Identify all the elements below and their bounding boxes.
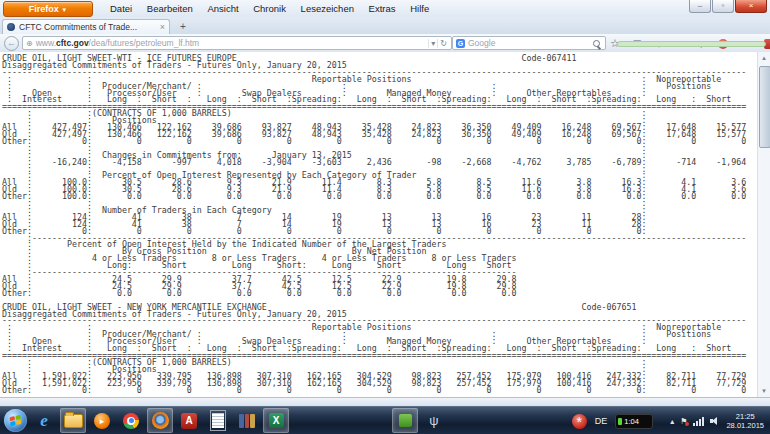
taskbar: e ▸ A X ψ * DE 1:04 ▴ ⚑ 21:25 28.01.2015	[0, 406, 770, 434]
firefox-icon	[152, 412, 169, 429]
winrar-icon	[239, 414, 255, 428]
volume-icon[interactable]	[710, 417, 719, 426]
taskbar-notepad-button[interactable]	[205, 408, 231, 433]
tab-cftc[interactable]: CFTC Commitments of Trade... ×	[2, 19, 170, 34]
cftc-favicon-icon	[7, 23, 15, 31]
taskbar-firefox-button[interactable]	[147, 408, 173, 433]
vertical-scrollbar[interactable]: ▴ ▾	[757, 52, 770, 397]
menu-item-bearbeiten[interactable]: Bearbeiten	[147, 0, 193, 17]
url-path: /dea/futures/petroleum_lf.htm	[89, 38, 429, 48]
search-input[interactable]: G Google	[452, 36, 606, 50]
menu-item-datei[interactable]: Datei	[110, 0, 132, 17]
menu-item-lesezeichen[interactable]: Lesezeichen	[301, 0, 354, 17]
reload-icon[interactable]: ↻	[437, 39, 449, 48]
chevron-down-icon: ▼	[61, 7, 67, 13]
addon-bar	[0, 397, 770, 406]
minimize-button[interactable]: –	[689, 0, 711, 13]
system-tray: * DE 1:04 ▴ ⚑ 21:25 28.01.2015	[572, 407, 770, 434]
windows-logo-icon	[10, 415, 22, 426]
folder-icon	[64, 414, 83, 428]
taskbar-chrome-button[interactable]	[118, 408, 144, 433]
page-content: CRUDE OIL, LIGHT SWEET-WTI - ICE FUTURES…	[0, 52, 770, 397]
battery-icon	[618, 418, 622, 425]
battery-time: 1:04	[624, 417, 639, 426]
url-subdomain: www.	[36, 38, 56, 48]
clock-date: 28.01.2015	[726, 421, 764, 430]
excel-icon: X	[269, 413, 284, 428]
internet-explorer-icon: e	[40, 412, 48, 430]
scroll-down-icon[interactable]: ▾	[758, 385, 770, 397]
globe-icon: ⊕	[26, 39, 33, 48]
taskbar-adobe-button[interactable]: A	[176, 408, 202, 433]
green-app-icon	[399, 414, 412, 427]
back-button[interactable]: ←	[4, 36, 19, 51]
address-bar[interactable]: ⊕ www. cftc.gov /dea/futures/petroleum_l…	[22, 36, 452, 50]
taskbar-green-app-button[interactable]	[392, 408, 418, 433]
firefox-app-button-label: Firefox	[29, 4, 59, 14]
tab-close-icon[interactable]: ×	[160, 22, 165, 32]
search-icon[interactable]	[593, 40, 600, 47]
window-controls: – ▫ ×	[688, 0, 767, 13]
action-center-flag-icon[interactable]: ⚑	[680, 417, 687, 426]
close-button[interactable]: ×	[735, 0, 767, 13]
browser-window: Firefox ▼ Datei Bearbeiten Ansicht Chron…	[0, 0, 770, 434]
taskbar-clock[interactable]: 21:25 28.01.2015	[726, 412, 764, 430]
hidden-icons-arrow[interactable]: ▴	[670, 417, 674, 426]
notification-bar	[617, 41, 766, 47]
taskbar-excel-button[interactable]: X	[263, 408, 289, 433]
media-player-icon: ▸	[94, 413, 110, 429]
report-text: CRUDE OIL, LIGHT SWEET-WTI - ICE FUTURES…	[0, 52, 770, 393]
scroll-up-icon[interactable]: ▴	[758, 52, 770, 64]
menu-item-ansicht[interactable]: Ansicht	[207, 0, 238, 17]
alert-badge	[685, 422, 689, 426]
firefox-app-button[interactable]: Firefox ▼	[3, 1, 93, 17]
title-bar: Firefox ▼ Datei Bearbeiten Ansicht Chron…	[0, 0, 770, 18]
menu-item-hilfe[interactable]: Hilfe	[410, 0, 429, 17]
misc-app-icon: ψ	[429, 413, 438, 428]
tab-title: CFTC Commitments of Trade...	[19, 22, 157, 32]
maximize-button[interactable]: ▫	[712, 0, 734, 13]
network-icon[interactable]	[693, 417, 704, 426]
menu-bar: Datei Bearbeiten Ansicht Chronik Lesezei…	[104, 0, 435, 17]
scrollbar-thumb[interactable]	[759, 66, 770, 148]
language-indicator[interactable]: DE	[595, 416, 608, 426]
taskbar-explorer-button[interactable]	[60, 408, 86, 433]
taskbar-misc-app-button[interactable]: ψ	[421, 408, 447, 433]
battery-indicator[interactable]: 1:04	[615, 414, 653, 429]
start-button[interactable]	[4, 409, 27, 432]
taskbar-mediaplayer-button[interactable]: ▸	[89, 408, 115, 433]
notepad-icon	[210, 410, 226, 431]
menu-item-chronik[interactable]: Chronik	[253, 0, 286, 17]
url-dropdown-icon[interactable]: ▾	[428, 39, 437, 48]
chrome-icon	[123, 413, 139, 429]
taskbar-apps-extra: ψ	[392, 408, 447, 433]
url-domain: cftc.gov	[56, 38, 89, 48]
tab-bar: CFTC Commitments of Trade... × +	[0, 17, 770, 34]
menu-item-extras[interactable]: Extras	[369, 0, 396, 17]
taskbar-ie-button[interactable]: e	[31, 408, 57, 433]
adobe-reader-icon: A	[181, 413, 197, 429]
clock-time: 21:25	[726, 412, 764, 421]
taskbar-winrar-button[interactable]	[234, 408, 260, 433]
new-tab-button[interactable]: +	[174, 21, 192, 33]
antivirus-tray-icon[interactable]: *	[572, 414, 587, 429]
search-placeholder: Google	[468, 38, 593, 48]
google-engine-icon[interactable]: G	[456, 39, 465, 48]
taskbar-apps: e ▸ A X	[31, 408, 289, 433]
